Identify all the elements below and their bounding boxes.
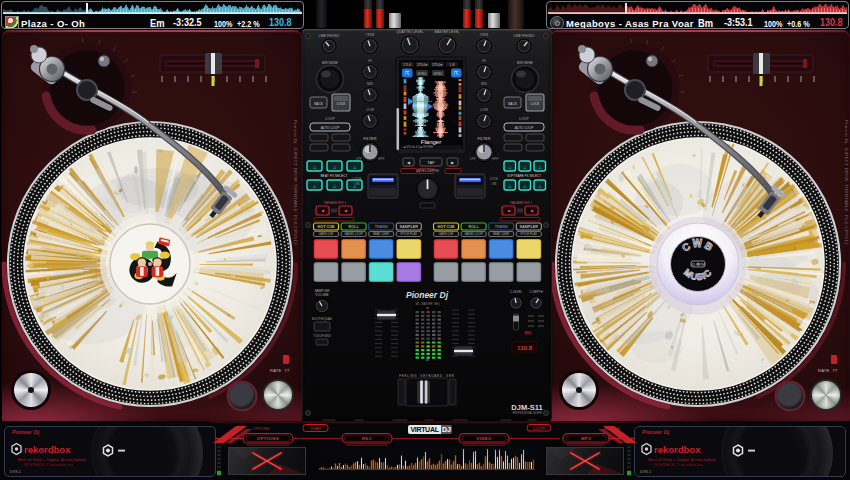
- svg-text:MIDI: MIDI: [525, 331, 531, 335]
- svg-text:LOW: LOW: [480, 108, 489, 112]
- svg-text:ROLL: ROLL: [468, 225, 479, 229]
- svg-text:TOUCH MIDI: TOUCH MIDI: [313, 334, 331, 338]
- svg-text:HOT CUE: HOT CUE: [437, 225, 455, 229]
- svg-text:MIC MASTER GEQ: MIC MASTER GEQ: [415, 302, 439, 306]
- svg-text:OPTIONS: OPTIONS: [252, 427, 270, 431]
- svg-text:175.0▾: 175.0▾: [432, 63, 442, 67]
- svg-text:PITCH PLAY: PITCH PLAY: [520, 232, 537, 236]
- svg-text:BROWSE: BROWSE: [322, 61, 339, 65]
- svg-text:PARAMETER 1: PARAMETER 1: [324, 201, 346, 205]
- svg-text:LOOP: LOOP: [533, 426, 544, 431]
- svg-text:BEAT JUMP: BEAT JUMP: [493, 232, 509, 236]
- svg-text:MASTER: MASTER: [604, 427, 620, 431]
- svg-text:AUTO LOOP: AUTO LOOP: [515, 126, 534, 130]
- svg-text:LOCK: LOCK: [337, 102, 347, 106]
- svg-text:130.8: 130.8: [517, 345, 533, 351]
- svg-text:LOCK: LOCK: [353, 177, 363, 181]
- svg-text:SYNC: SYNC: [433, 72, 443, 76]
- svg-text:LOCK: LOCK: [531, 102, 541, 106]
- svg-text:REC: REC: [362, 436, 372, 441]
- svg-text:HI: HI: [482, 59, 485, 63]
- svg-text:TRANS: TRANS: [495, 225, 509, 229]
- svg-text:MP3: MP3: [581, 436, 591, 441]
- svg-text:C.DEPTH: C.DEPTH: [529, 290, 542, 294]
- svg-text:1-B: 1-B: [449, 63, 455, 67]
- svg-text:SAVED LOOP: SAVED LOOP: [344, 232, 362, 236]
- svg-text:BACK: BACK: [314, 102, 324, 106]
- svg-text:TRIM: TRIM: [366, 33, 374, 37]
- svg-text:BOOTH/QUAD: BOOTH/QUAD: [312, 317, 333, 321]
- svg-text:SAMPLER: SAMPLER: [520, 225, 539, 229]
- svg-text:■ 175.0▾ 1:1 ▶ FILTER: ■ 175.0▾ 1:1 ▶ FILTER: [404, 145, 433, 149]
- svg-text:Pioneer Dj: Pioneer Dj: [406, 290, 449, 300]
- svg-text:SAVED LOOP: SAVED LOOP: [464, 232, 482, 236]
- svg-text:PARAMETER 1: PARAMETER 1: [510, 201, 532, 205]
- svg-text:FILTER: FILTER: [478, 137, 491, 141]
- svg-text:C.LEVEL: C.LEVEL: [510, 290, 523, 294]
- svg-text:dB: dB: [426, 358, 430, 362]
- svg-text:SYNC: SYNC: [417, 72, 427, 76]
- svg-text:AUTO LOOP: AUTO LOOP: [321, 126, 340, 130]
- svg-text:TRANS: TRANS: [375, 225, 389, 229]
- svg-text:175.0: 175.0: [403, 63, 412, 67]
- svg-text:rekordbox: rekordbox: [24, 444, 71, 455]
- svg-text:175.0▾: 175.0▾: [417, 63, 427, 67]
- svg-text:TAP: TAP: [427, 160, 435, 165]
- svg-text:TRIM: TRIM: [480, 33, 488, 37]
- svg-text:BACK: BACK: [508, 102, 518, 106]
- svg-text:LOW: LOW: [366, 108, 375, 112]
- svg-text:FEELING KEYBOARD GER: FEELING KEYBOARD GER: [399, 374, 455, 378]
- svg-text:PROFESSIONAL MIXER: PROFESSIONAL MIXER: [512, 411, 541, 415]
- svg-text:ROLL: ROLL: [348, 225, 359, 229]
- svg-text:LINE PHONO: LINE PHONO: [514, 34, 535, 38]
- svg-text:SAMPLER: SAMPLER: [400, 225, 419, 229]
- svg-text:HPF: HPF: [492, 157, 498, 161]
- svg-text:BEAT FX SELECT: BEAT FX SELECT: [320, 174, 347, 178]
- svg-text:JUMP: JUMP: [310, 426, 321, 431]
- svg-text:ON: ON: [492, 182, 497, 186]
- svg-text:QUATTRO LEVEL: QUATTRO LEVEL: [396, 30, 423, 34]
- svg-text:MID: MID: [367, 82, 374, 86]
- svg-text:BROWSE: BROWSE: [517, 61, 534, 65]
- svg-text:VOLUME: VOLUME: [315, 293, 328, 297]
- svg-text:rekordbox: rekordbox: [654, 444, 701, 455]
- svg-text:MASTER LEVEL: MASTER LEVEL: [435, 30, 460, 34]
- svg-text:FILTER: FILTER: [364, 137, 377, 141]
- svg-text:GATE CUE: GATE CUE: [439, 232, 454, 236]
- svg-text:☈: ☈: [454, 70, 459, 76]
- svg-text:PITCH PLAY: PITCH PLAY: [400, 232, 417, 236]
- svg-text:OPTIONS: OPTIONS: [257, 436, 279, 441]
- svg-text:LOOP: LOOP: [519, 117, 529, 121]
- svg-text:LOCK: LOCK: [490, 177, 498, 181]
- svg-text:☈: ☈: [405, 70, 410, 76]
- svg-text:GATE CUE: GATE CUE: [319, 232, 334, 236]
- svg-text:Flanger: Flanger: [421, 139, 441, 145]
- svg-text:LEVEL/DEPTH: LEVEL/DEPTH: [416, 169, 439, 173]
- svg-text:LOOP: LOOP: [325, 117, 335, 121]
- svg-text:HOT CUE: HOT CUE: [317, 225, 335, 229]
- svg-text:VIDEO: VIDEO: [476, 436, 492, 441]
- svg-text:HPF: HPF: [378, 157, 384, 161]
- svg-text:LPF: LPF: [470, 157, 476, 161]
- svg-text:MID: MID: [481, 82, 488, 86]
- svg-text:SOFTWARE FX SELECT: SOFTWARE FX SELECT: [507, 174, 541, 178]
- svg-text:BEAT JUMP: BEAT JUMP: [373, 232, 389, 236]
- svg-text:DJM-S11: DJM-S11: [511, 403, 542, 412]
- svg-text:LINE PHONO: LINE PHONO: [319, 34, 340, 38]
- svg-text:ON: ON: [355, 182, 360, 186]
- svg-text:HI: HI: [368, 59, 371, 63]
